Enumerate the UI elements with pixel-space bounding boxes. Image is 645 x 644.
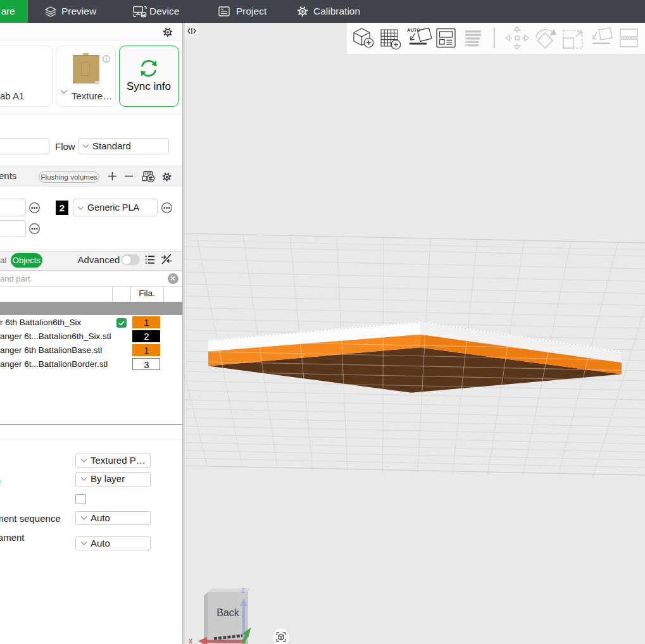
svg-text:Back: Back: [216, 607, 240, 618]
svg-text:z: z: [241, 586, 245, 595]
svg-text:x: x: [189, 636, 192, 644]
svg-text:AUTO: AUTO: [407, 27, 420, 33]
